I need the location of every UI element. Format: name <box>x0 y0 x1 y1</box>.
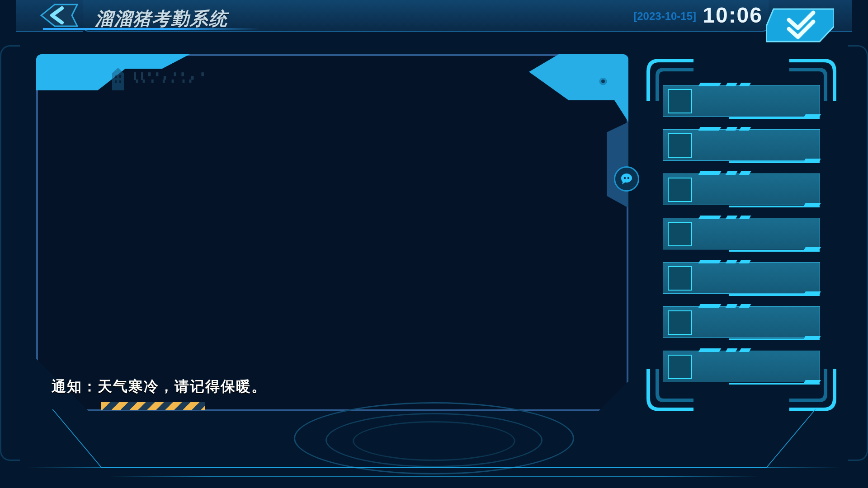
list-item-thumb <box>668 266 692 291</box>
chat-bubble-icon <box>620 172 633 186</box>
confirm-button[interactable] <box>766 6 834 44</box>
side-list-item[interactable] <box>663 218 820 249</box>
svg-rect-5 <box>115 80 117 83</box>
list-item-thumb <box>668 222 692 246</box>
platform-line-outer <box>27 467 841 468</box>
viewport-emblem: ▌▌▘▘▖▝▝ ▖▝ ▝▝ ▘ ▘▝ ▝▝ <box>110 68 207 90</box>
list-item-tick-icon <box>699 348 803 354</box>
svg-marker-0 <box>41 5 77 26</box>
svg-rect-3 <box>115 75 117 78</box>
list-item-tail-icon <box>729 336 820 340</box>
svg-marker-2 <box>112 68 124 90</box>
platform-wedge-left <box>52 409 246 468</box>
side-list-item[interactable] <box>663 306 820 338</box>
side-list-item[interactable] <box>663 262 820 294</box>
list-item-tick-icon <box>699 127 803 132</box>
list-item-thumb <box>668 310 692 335</box>
list-item-tail-icon <box>729 203 820 207</box>
list-item-thumb <box>668 133 692 158</box>
list-item-tick-icon <box>699 216 803 221</box>
list-item-tail-icon <box>729 159 820 163</box>
frame-rail-right <box>848 45 868 461</box>
hazard-stripe-icon <box>101 402 205 410</box>
list-item-tail-icon <box>729 380 820 385</box>
svg-rect-4 <box>119 75 121 78</box>
back-button[interactable] <box>38 3 79 28</box>
list-item-tick-icon <box>699 171 803 177</box>
header-time: 10:06 <box>703 3 763 28</box>
svg-point-7 <box>624 177 626 179</box>
header-date: [2023-10-15] <box>633 10 696 23</box>
viewport-fold-right <box>592 122 628 208</box>
list-item-tail-icon <box>729 114 820 119</box>
svg-rect-6 <box>119 80 121 83</box>
main-viewport: ▌▌▘▘▖▝▝ ▖▝ ▝▝ ▘ ▘▝ ▝▝ 通知：天气寒冷，请记得保暖。 <box>36 54 628 411</box>
list-item-tick-icon <box>699 260 803 265</box>
frame-rail-left <box>0 45 20 461</box>
emblem-text-1: ▌▌▘▘▖▝▝ ▖▝ <box>134 72 207 80</box>
platform-ring-2 <box>326 413 542 467</box>
viewport-corner-tr <box>529 54 628 122</box>
title-underline <box>43 28 260 30</box>
side-list-item[interactable] <box>663 129 820 161</box>
side-list-items <box>663 85 820 385</box>
side-list-panel <box>646 59 836 411</box>
svg-point-8 <box>627 177 630 179</box>
side-list-item[interactable] <box>663 351 820 382</box>
status-dot-icon <box>599 78 607 85</box>
platform-line-inner <box>108 476 760 477</box>
platform-ring-1 <box>294 402 574 474</box>
building-icon <box>110 68 126 90</box>
list-item-tick-icon <box>699 304 803 310</box>
list-item-thumb <box>668 355 692 379</box>
chat-bubble-button[interactable] <box>614 166 639 192</box>
platform-wedge-right <box>622 409 816 468</box>
side-list-item[interactable] <box>663 174 820 205</box>
side-list-item[interactable] <box>663 85 820 117</box>
list-item-tick-icon <box>699 83 803 88</box>
list-item-tail-icon <box>729 291 820 296</box>
list-item-thumb <box>668 178 692 202</box>
emblem-text-2: ▝▝ ▘ ▘▝ ▝▝ <box>134 80 207 86</box>
viewport-corner-br <box>598 380 629 412</box>
notice-text: 通知：天气寒冷，请记得保暖。 <box>52 377 267 397</box>
list-item-thumb <box>668 89 692 113</box>
list-item-tail-icon <box>729 247 820 252</box>
app-title: 溜溜猪考勤系统 <box>95 6 228 31</box>
header-bar: 溜溜猪考勤系统 [2023-10-15] 10:06 <box>16 0 852 38</box>
platform-ring-3 <box>353 421 515 461</box>
